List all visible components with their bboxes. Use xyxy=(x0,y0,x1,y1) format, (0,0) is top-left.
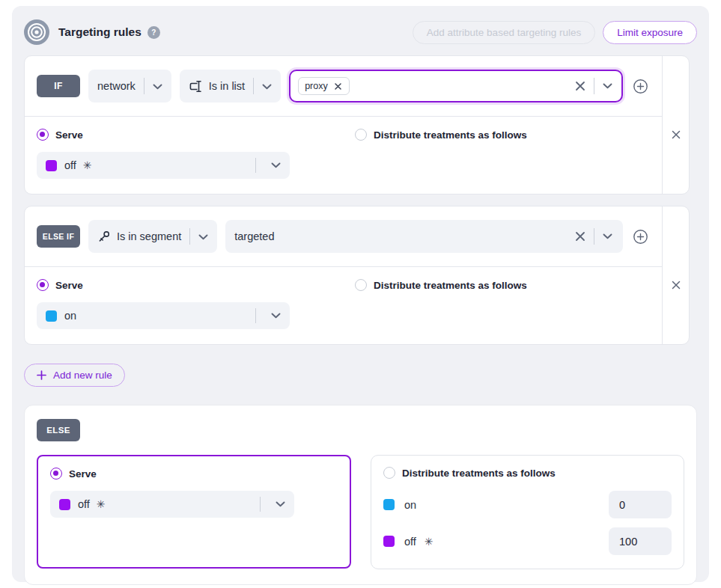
treatment-name: on xyxy=(404,499,416,511)
serve-label: Serve xyxy=(69,468,97,480)
help-icon[interactable]: ? xyxy=(147,26,160,39)
serve-radio-option[interactable]: Serve xyxy=(37,129,355,141)
distribution-row: off ✳ xyxy=(383,527,672,555)
treatment-name: off xyxy=(78,498,90,510)
rule-card-if: IF network Is in list xyxy=(24,55,690,195)
chevron-down-icon xyxy=(276,501,285,507)
attribute-select-value: network xyxy=(97,80,136,92)
distribute-radio-option[interactable]: Distribute treatments as follows xyxy=(355,129,527,141)
condition-row: IF network Is in list xyxy=(25,56,662,117)
treatment-color-swatch xyxy=(46,160,57,171)
add-new-rule-label: Add new rule xyxy=(53,370,112,381)
serve-panel-selected[interactable]: Serve off ✳ xyxy=(37,455,351,569)
delete-rule-icon[interactable] xyxy=(670,226,682,344)
else-if-badge: ELSE IF xyxy=(37,225,80,248)
percentage-input-on[interactable] xyxy=(609,491,672,518)
distribute-radio-option[interactable]: Distribute treatments as follows xyxy=(355,279,527,291)
chip-remove-icon[interactable] xyxy=(333,82,343,91)
else-badge: ELSE xyxy=(37,419,80,441)
default-rule-card: ELSE Serve off ✳ xyxy=(24,405,697,585)
serve-radio-option[interactable]: Serve xyxy=(37,279,355,291)
matcher-select-value: Is in list xyxy=(209,80,245,92)
if-badge: IF xyxy=(37,75,80,97)
clear-values-icon[interactable] xyxy=(574,79,587,93)
clear-segment-icon[interactable] xyxy=(574,230,587,243)
radio-selected xyxy=(37,279,49,291)
segment-value-input[interactable] xyxy=(225,220,623,253)
treatment-color-swatch xyxy=(46,310,57,322)
value-chip: proxy xyxy=(298,77,350,95)
distribute-label: Distribute treatments as follows xyxy=(374,129,527,141)
chevron-down-icon xyxy=(153,80,162,92)
treatment-select[interactable]: on xyxy=(37,302,290,329)
rule-card-else-if: ELSE IF Is in segment xyxy=(24,206,690,345)
percentage-input-off[interactable] xyxy=(609,527,672,555)
treatment-color-swatch xyxy=(383,499,395,510)
attribute-select[interactable]: network xyxy=(88,70,171,102)
chevron-down-icon xyxy=(271,313,281,319)
plus-icon xyxy=(37,370,46,380)
treatment-name: off xyxy=(64,159,76,171)
default-treatment-icon: ✳ xyxy=(83,159,92,171)
add-condition-icon[interactable] xyxy=(631,77,650,96)
chevron-down-icon xyxy=(198,230,208,242)
add-attribute-rules-button: Add attribute based targeting rules xyxy=(413,21,595,44)
condition-row: ELSE IF Is in segment xyxy=(25,206,662,267)
distribute-panel[interactable]: Distribute treatments as follows on off … xyxy=(371,455,684,569)
delete-rule-icon[interactable] xyxy=(670,76,682,194)
panel-header: Targeting rules ? Add attribute based ta… xyxy=(24,18,697,46)
page-title: Targeting rules xyxy=(58,25,142,39)
list-values-input[interactable]: proxy xyxy=(289,70,623,102)
chevron-down-icon[interactable] xyxy=(601,232,614,241)
targeting-rules-panel: Targeting rules ? Add attribute based ta… xyxy=(12,6,709,582)
distribute-radio-option[interactable]: Distribute treatments as follows xyxy=(383,467,672,479)
treatment-name: on xyxy=(64,310,76,322)
segment-value-field[interactable] xyxy=(234,230,574,242)
serve-radio-option[interactable]: Serve xyxy=(50,468,338,480)
serve-label: Serve xyxy=(55,129,83,141)
value-chip-label: proxy xyxy=(305,81,328,91)
matcher-select-value: Is in segment xyxy=(117,230,181,242)
distribute-label: Distribute treatments as follows xyxy=(374,280,527,291)
segment-key-icon xyxy=(97,230,111,243)
serve-label: Serve xyxy=(55,280,83,291)
chevron-down-icon xyxy=(262,80,272,92)
add-new-rule-button[interactable]: Add new rule xyxy=(24,364,125,387)
matcher-select[interactable]: Is in list xyxy=(180,70,281,102)
treatment-name: off xyxy=(404,536,416,548)
string-matcher-icon xyxy=(189,80,203,93)
chevron-down-icon[interactable] xyxy=(601,82,614,91)
limit-exposure-button[interactable]: Limit exposure xyxy=(603,21,697,44)
radio-selected xyxy=(50,468,62,480)
treatment-select[interactable]: off ✳ xyxy=(37,152,290,179)
radio-unselected xyxy=(355,279,367,291)
default-treatment-icon: ✳ xyxy=(97,498,106,510)
treatment-select[interactable]: off ✳ xyxy=(50,491,294,518)
radio-unselected xyxy=(355,129,367,141)
distribution-row: on xyxy=(383,491,672,518)
radio-unselected xyxy=(383,467,395,479)
add-condition-icon[interactable] xyxy=(631,227,650,246)
matcher-select[interactable]: Is in segment xyxy=(88,220,217,253)
default-treatment-icon: ✳ xyxy=(425,536,433,548)
treatment-color-swatch xyxy=(59,499,70,510)
targeting-rules-icon xyxy=(24,19,49,45)
chevron-down-icon xyxy=(271,162,281,168)
distribute-label: Distribute treatments as follows xyxy=(402,468,556,479)
treatment-color-swatch xyxy=(383,536,395,547)
radio-selected xyxy=(37,129,49,141)
